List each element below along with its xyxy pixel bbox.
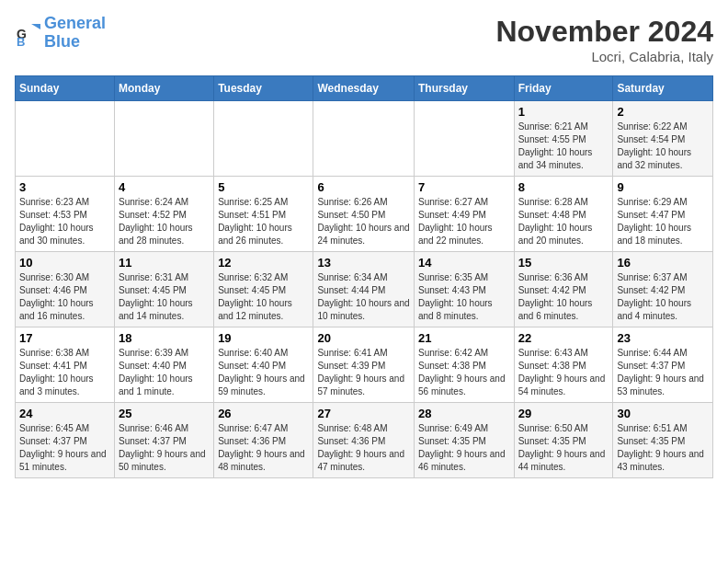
day-number: 21 xyxy=(418,331,510,345)
header-cell-monday: Monday xyxy=(115,76,214,101)
day-cell-11: 11Sunrise: 6:31 AM Sunset: 4:45 PM Dayli… xyxy=(115,252,214,327)
day-cell-9: 9Sunrise: 6:29 AM Sunset: 4:47 PM Daylig… xyxy=(613,177,713,252)
day-info: Sunrise: 6:36 AM Sunset: 4:42 PM Dayligh… xyxy=(518,271,609,323)
day-cell-3: 3Sunrise: 6:23 AM Sunset: 4:53 PM Daylig… xyxy=(16,177,115,252)
day-cell-18: 18Sunrise: 6:39 AM Sunset: 4:40 PM Dayli… xyxy=(115,327,214,403)
day-cell-22: 22Sunrise: 6:43 AM Sunset: 4:38 PM Dayli… xyxy=(514,327,613,403)
day-cell-14: 14Sunrise: 6:35 AM Sunset: 4:43 PM Dayli… xyxy=(414,252,514,327)
day-cell-17: 17Sunrise: 6:38 AM Sunset: 4:41 PM Dayli… xyxy=(16,327,115,403)
logo: G B GeneralBlue xyxy=(15,15,106,52)
day-cell-27: 27Sunrise: 6:48 AM Sunset: 4:36 PM Dayli… xyxy=(313,403,415,478)
day-number: 10 xyxy=(19,256,110,270)
day-number: 24 xyxy=(19,407,110,420)
day-info: Sunrise: 6:38 AM Sunset: 4:41 PM Dayligh… xyxy=(19,347,110,398)
day-info: Sunrise: 6:42 AM Sunset: 4:38 PM Dayligh… xyxy=(418,347,510,398)
day-info: Sunrise: 6:46 AM Sunset: 4:37 PM Dayligh… xyxy=(119,422,210,474)
empty-cell xyxy=(115,101,214,177)
day-number: 18 xyxy=(119,331,210,345)
day-info: Sunrise: 6:45 AM Sunset: 4:37 PM Dayligh… xyxy=(19,422,110,474)
day-info: Sunrise: 6:44 AM Sunset: 4:37 PM Dayligh… xyxy=(617,347,709,398)
day-cell-20: 20Sunrise: 6:41 AM Sunset: 4:39 PM Dayli… xyxy=(313,327,415,403)
day-number: 12 xyxy=(218,256,309,270)
day-cell-4: 4Sunrise: 6:24 AM Sunset: 4:52 PM Daylig… xyxy=(115,177,214,252)
page-header: G B GeneralBlue November 2024 Locri, Cal… xyxy=(15,15,713,64)
day-cell-12: 12Sunrise: 6:32 AM Sunset: 4:45 PM Dayli… xyxy=(214,252,313,327)
calendar-table: SundayMondayTuesdayWednesdayThursdayFrid… xyxy=(15,75,713,478)
day-info: Sunrise: 6:29 AM Sunset: 4:47 PM Dayligh… xyxy=(617,196,709,247)
header-cell-saturday: Saturday xyxy=(613,76,713,101)
day-number: 13 xyxy=(317,256,410,270)
day-info: Sunrise: 6:51 AM Sunset: 4:35 PM Dayligh… xyxy=(617,422,709,474)
day-number: 2 xyxy=(617,105,709,119)
day-number: 22 xyxy=(518,331,609,345)
day-cell-5: 5Sunrise: 6:25 AM Sunset: 4:51 PM Daylig… xyxy=(214,177,313,252)
day-number: 15 xyxy=(518,256,609,270)
logo-text: GeneralBlue xyxy=(44,15,106,52)
day-info: Sunrise: 6:49 AM Sunset: 4:35 PM Dayligh… xyxy=(418,422,510,474)
header-cell-wednesday: Wednesday xyxy=(313,76,415,101)
day-info: Sunrise: 6:31 AM Sunset: 4:45 PM Dayligh… xyxy=(119,271,210,323)
day-cell-6: 6Sunrise: 6:26 AM Sunset: 4:50 PM Daylig… xyxy=(313,177,415,252)
month-title: November 2024 xyxy=(495,15,713,49)
empty-cell xyxy=(214,101,313,177)
day-number: 9 xyxy=(617,180,709,194)
day-cell-7: 7Sunrise: 6:27 AM Sunset: 4:49 PM Daylig… xyxy=(414,177,514,252)
day-cell-1: 1Sunrise: 6:21 AM Sunset: 4:55 PM Daylig… xyxy=(514,101,613,177)
day-number: 8 xyxy=(518,180,609,194)
day-number: 16 xyxy=(617,256,709,270)
day-info: Sunrise: 6:22 AM Sunset: 4:54 PM Dayligh… xyxy=(617,121,709,172)
day-info: Sunrise: 6:24 AM Sunset: 4:52 PM Dayligh… xyxy=(119,196,210,247)
day-info: Sunrise: 6:43 AM Sunset: 4:38 PM Dayligh… xyxy=(518,347,609,398)
day-info: Sunrise: 6:37 AM Sunset: 4:42 PM Dayligh… xyxy=(617,271,709,323)
day-cell-24: 24Sunrise: 6:45 AM Sunset: 4:37 PM Dayli… xyxy=(16,403,115,478)
empty-cell xyxy=(16,101,115,177)
day-cell-2: 2Sunrise: 6:22 AM Sunset: 4:54 PM Daylig… xyxy=(613,101,713,177)
day-number: 14 xyxy=(418,256,510,270)
day-cell-23: 23Sunrise: 6:44 AM Sunset: 4:37 PM Dayli… xyxy=(613,327,713,403)
day-info: Sunrise: 6:21 AM Sunset: 4:55 PM Dayligh… xyxy=(518,121,609,172)
day-info: Sunrise: 6:32 AM Sunset: 4:45 PM Dayligh… xyxy=(218,271,309,323)
day-cell-30: 30Sunrise: 6:51 AM Sunset: 4:35 PM Dayli… xyxy=(613,403,713,478)
day-number: 29 xyxy=(518,407,609,420)
day-number: 4 xyxy=(119,180,210,194)
day-cell-8: 8Sunrise: 6:28 AM Sunset: 4:48 PM Daylig… xyxy=(514,177,613,252)
day-number: 19 xyxy=(218,331,309,345)
day-info: Sunrise: 6:26 AM Sunset: 4:50 PM Dayligh… xyxy=(317,196,410,247)
day-info: Sunrise: 6:39 AM Sunset: 4:40 PM Dayligh… xyxy=(119,347,210,398)
header-row: SundayMondayTuesdayWednesdayThursdayFrid… xyxy=(16,76,713,101)
day-number: 28 xyxy=(418,407,510,420)
day-number: 20 xyxy=(317,331,410,345)
day-cell-28: 28Sunrise: 6:49 AM Sunset: 4:35 PM Dayli… xyxy=(414,403,514,478)
day-info: Sunrise: 6:50 AM Sunset: 4:35 PM Dayligh… xyxy=(518,422,609,474)
location: Locri, Calabria, Italy xyxy=(495,49,713,64)
day-info: Sunrise: 6:28 AM Sunset: 4:48 PM Dayligh… xyxy=(518,196,609,247)
day-cell-19: 19Sunrise: 6:40 AM Sunset: 4:40 PM Dayli… xyxy=(214,327,313,403)
day-cell-13: 13Sunrise: 6:34 AM Sunset: 4:44 PM Dayli… xyxy=(313,252,415,327)
day-number: 1 xyxy=(518,105,609,119)
day-number: 23 xyxy=(617,331,709,345)
empty-cell xyxy=(414,101,514,177)
day-cell-26: 26Sunrise: 6:47 AM Sunset: 4:36 PM Dayli… xyxy=(214,403,313,478)
header-cell-thursday: Thursday xyxy=(414,76,514,101)
calendar-header: SundayMondayTuesdayWednesdayThursdayFrid… xyxy=(16,76,713,101)
day-info: Sunrise: 6:41 AM Sunset: 4:39 PM Dayligh… xyxy=(317,347,410,398)
day-number: 3 xyxy=(19,180,110,194)
day-number: 30 xyxy=(617,407,709,420)
day-cell-29: 29Sunrise: 6:50 AM Sunset: 4:35 PM Dayli… xyxy=(514,403,613,478)
day-info: Sunrise: 6:23 AM Sunset: 4:53 PM Dayligh… xyxy=(19,196,110,247)
header-cell-friday: Friday xyxy=(514,76,613,101)
day-info: Sunrise: 6:25 AM Sunset: 4:51 PM Dayligh… xyxy=(218,196,309,247)
logo-icon: G B xyxy=(15,20,40,46)
day-cell-25: 25Sunrise: 6:46 AM Sunset: 4:37 PM Dayli… xyxy=(115,403,214,478)
day-cell-16: 16Sunrise: 6:37 AM Sunset: 4:42 PM Dayli… xyxy=(613,252,713,327)
day-info: Sunrise: 6:48 AM Sunset: 4:36 PM Dayligh… xyxy=(317,422,410,474)
day-info: Sunrise: 6:47 AM Sunset: 4:36 PM Dayligh… xyxy=(218,422,309,474)
header-cell-sunday: Sunday xyxy=(16,76,115,101)
day-cell-15: 15Sunrise: 6:36 AM Sunset: 4:42 PM Dayli… xyxy=(514,252,613,327)
day-info: Sunrise: 6:40 AM Sunset: 4:40 PM Dayligh… xyxy=(218,347,309,398)
week-row-2: 3Sunrise: 6:23 AM Sunset: 4:53 PM Daylig… xyxy=(16,177,713,252)
day-info: Sunrise: 6:30 AM Sunset: 4:46 PM Dayligh… xyxy=(19,271,110,323)
day-number: 5 xyxy=(218,180,309,194)
week-row-4: 17Sunrise: 6:38 AM Sunset: 4:41 PM Dayli… xyxy=(16,327,713,403)
week-row-5: 24Sunrise: 6:45 AM Sunset: 4:37 PM Dayli… xyxy=(16,403,713,478)
